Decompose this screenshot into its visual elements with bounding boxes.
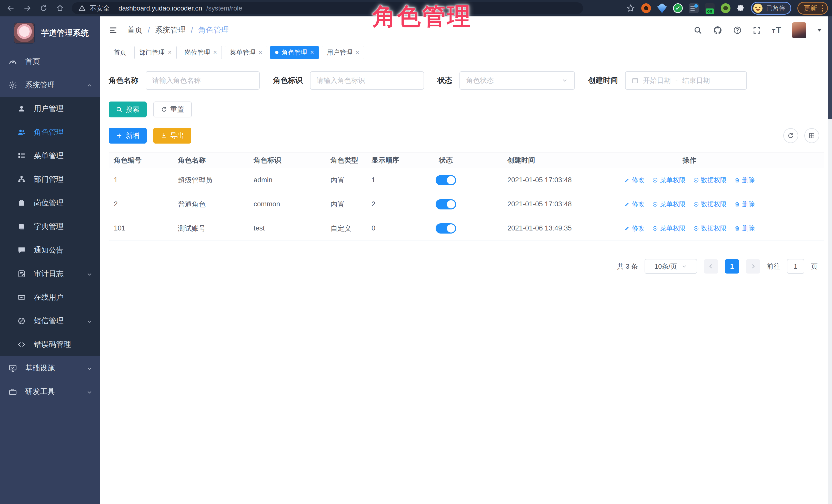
data-permission-link[interactable]: 数据权限 [693,224,727,233]
reset-button-label: 重置 [170,105,184,114]
cell-role-id: 2 [109,200,173,208]
menu-permission-link[interactable]: 菜单权限 [652,200,685,208]
sidebar-item-role-mgmt[interactable]: 角色管理 [0,121,100,144]
help-icon[interactable] [733,26,742,35]
tab-dept-mgmt[interactable]: 部门管理 × [134,46,177,59]
extension-icon[interactable]: on [705,3,714,13]
column-settings-button[interactable] [804,128,819,143]
tab-user-mgmt[interactable]: 用户管理 × [322,46,364,59]
search-icon[interactable] [694,26,702,35]
avatar-dropdown-caret-icon[interactable] [817,29,822,31]
date-range-picker[interactable]: 开始日期 - 结束日期 [625,71,747,90]
sidebar-item-dept-mgmt[interactable]: 部门管理 [0,168,100,191]
sidebar-item-audit-log[interactable]: 审计日志 [0,262,100,286]
reset-button[interactable]: 重置 [153,102,192,117]
tab-menu-mgmt[interactable]: 菜单管理 × [225,46,267,59]
role-key-input[interactable] [317,77,417,85]
data-permission-link[interactable]: 数据权限 [693,200,727,208]
extension-icon[interactable]: ✓ [673,3,683,13]
menu-permission-link[interactable]: 菜单权限 [652,224,685,233]
browser-forward-icon[interactable] [23,4,31,12]
add-button[interactable]: 新增 [109,128,147,143]
status-select[interactable]: 角色状态 [460,71,575,90]
sidebar-item-notice[interactable]: 通知公告 [0,238,100,262]
sidebar-item-online-users[interactable]: 在线用户 [0,286,100,309]
status-toggle[interactable] [436,199,456,209]
extension-icon[interactable] [657,3,667,13]
close-icon[interactable]: × [355,49,359,56]
table-row: 2 普通角色 common 内置 2 2021-01-05 17:03:48 修… [109,192,824,216]
github-icon[interactable] [713,26,722,35]
status-toggle[interactable] [436,223,456,234]
extensions-puzzle-icon[interactable] [737,4,745,12]
sidebar-item-label: 短信管理 [34,316,63,326]
data-permission-link[interactable]: 数据权限 [693,176,727,184]
delete-link[interactable]: 删除 [734,176,755,184]
address-bar[interactable]: 不安全 dashboard.yudao.iocoder.cn/system/ro… [72,2,583,14]
next-page-button[interactable] [746,259,760,273]
edit-link[interactable]: 修改 [624,224,645,233]
sidebar-item-error-code[interactable]: 错误码管理 [0,333,100,356]
sidebar-item-menu-mgmt[interactable]: 菜单管理 [0,144,100,168]
delete-link[interactable]: 删除 [734,224,755,233]
edit-link[interactable]: 修改 [624,200,645,208]
sidebar-item-post-mgmt[interactable]: 岗位管理 [0,191,100,215]
date-start-placeholder: 开始日期 [643,76,671,85]
page-scrollbar[interactable] [828,17,832,504]
sidebar-item-user-mgmt[interactable]: 用户管理 [0,97,100,121]
sidebar-item-dict-mgmt[interactable]: 字典管理 [0,215,100,238]
browser-reload-icon[interactable] [40,4,48,12]
close-icon[interactable]: × [168,49,172,56]
delete-link[interactable]: 删除 [734,200,755,208]
search-button[interactable]: 搜索 [109,102,147,117]
goto-page-input[interactable] [787,259,804,274]
browser-profile-chip[interactable]: 已暂停 [751,2,791,15]
prev-page-button[interactable] [704,259,718,273]
user-avatar[interactable] [792,22,806,38]
edit-link[interactable]: 修改 [624,176,645,184]
sidebar-item-dev-tools[interactable]: 研发工具 [0,380,100,403]
cell-role-name: 测试账号 [173,224,249,233]
close-icon[interactable]: × [310,49,314,56]
page-number-current[interactable]: 1 [725,259,739,273]
not-secure-warning-icon[interactable] [78,5,86,12]
sidebar-item-infrastructure[interactable]: 基础设施 [0,356,100,380]
browser-home-icon[interactable] [56,4,64,12]
online-users-icon [17,293,27,301]
close-icon[interactable]: × [213,49,217,56]
sidebar-item-sms-mgmt[interactable]: 短信管理 [0,309,100,333]
tab-label: 部门管理 [139,48,165,57]
page-size-select[interactable]: 10条/页 [645,259,697,274]
chevron-down-icon [86,270,93,278]
extension-icon[interactable] [689,3,699,13]
date-range-separator: - [675,77,678,85]
tab-home[interactable]: 首页 [109,46,131,59]
filter-create-time: 创建时间 开始日期 - 结束日期 [588,71,747,90]
status-toggle[interactable] [436,175,456,185]
tab-role-mgmt[interactable]: 角色管理 × [270,46,319,59]
close-icon[interactable]: × [258,49,262,56]
bookmark-star-icon[interactable] [626,4,635,12]
sidebar-item-label: 角色管理 [34,127,63,137]
scrollbar-thumb[interactable] [828,17,832,119]
export-button[interactable]: 导出 [153,128,191,143]
status-select-placeholder: 角色状态 [466,76,494,85]
font-size-icon[interactable]: TT [772,25,781,35]
refresh-table-button[interactable] [783,128,798,143]
role-name-input[interactable] [152,77,253,85]
browser-update-button[interactable]: 更新 [797,2,828,15]
browser-back-icon[interactable] [7,4,15,12]
breadcrumb-item[interactable]: 首页 [127,25,142,35]
extension-icon[interactable] [641,3,651,13]
hamburger-menu-icon[interactable] [109,26,118,35]
sidebar-item-home[interactable]: 首页 [0,50,100,73]
tab-post-mgmt[interactable]: 岗位管理 × [180,46,222,59]
fullscreen-icon[interactable] [753,26,761,35]
extension-icon[interactable] [721,3,730,13]
breadcrumb-item[interactable]: 系统管理 [155,25,186,35]
sidebar-item-system-mgmt[interactable]: 系统管理 [0,73,100,97]
app-logo[interactable]: 芋道管理系统 [0,17,100,50]
menu-permission-link[interactable]: 菜单权限 [652,176,685,184]
chevron-up-icon [86,81,93,89]
browser-menu-kebab-icon[interactable] [822,5,823,11]
